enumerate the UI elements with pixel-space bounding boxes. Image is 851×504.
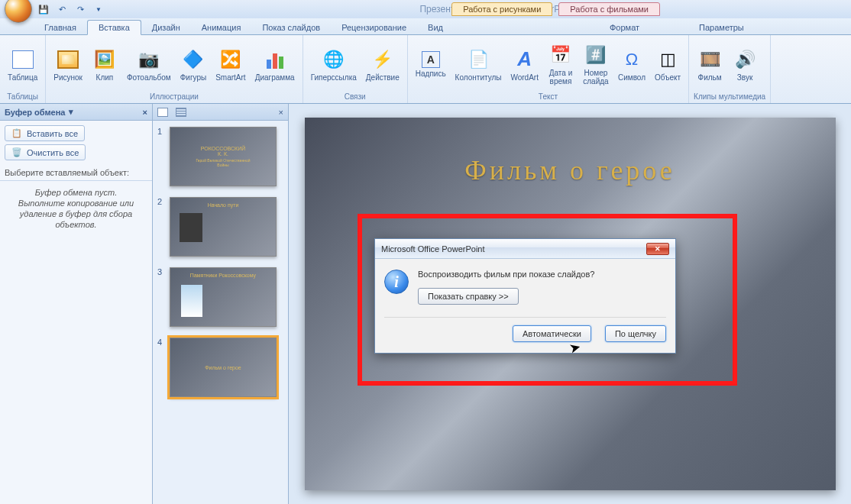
qat-dropdown-icon[interactable]: ▼ — [92, 2, 105, 16]
action-button[interactable]: ⚡Действие — [363, 46, 403, 83]
save-icon[interactable]: 💾 — [37, 2, 50, 16]
object-label: Объект — [655, 73, 681, 82]
info-icon: i — [384, 270, 409, 294]
table-button[interactable]: Таблица — [5, 46, 40, 83]
textbox-button[interactable]: AНадпись — [413, 50, 449, 79]
chart-button[interactable]: Диаграмма — [252, 46, 298, 83]
tab-home[interactable]: Главная — [34, 21, 87, 34]
clipboard-options-icon[interactable]: ▾ — [69, 107, 73, 117]
slides-tab-icon[interactable] — [157, 108, 168, 117]
clipboard-buttons: 📋Вставить все 🗑️Очистить все — [0, 121, 152, 165]
dialog-close-button[interactable]: ✕ — [646, 243, 669, 255]
movie-button[interactable]: 🎞️Фильм — [694, 46, 726, 83]
slide-thumb-3[interactable]: Памятники Рокоссовскому — [170, 267, 277, 327]
symbol-icon: Ω — [620, 47, 644, 72]
paste-icon: 📋 — [11, 128, 22, 138]
slidenum-icon: #️⃣ — [584, 43, 608, 67]
headerfooter-button[interactable]: 📄Колонтитулы — [452, 46, 505, 83]
group-media-label: Клипы мультимедиа — [694, 92, 765, 102]
object-button[interactable]: ◫Объект — [652, 46, 684, 83]
shapes-icon: 🔷 — [181, 47, 205, 72]
dialog-titlebar[interactable]: Microsoft Office PowerPoint ✕ — [375, 239, 675, 259]
table-icon — [11, 47, 35, 72]
movie-playback-dialog: Microsoft Office PowerPoint ✕ i Воспроиз… — [374, 238, 676, 354]
tab-view[interactable]: Вид — [417, 21, 454, 34]
tab-animations[interactable]: Анимация — [191, 21, 252, 34]
shapes-label: Фигуры — [180, 73, 206, 82]
tab-format[interactable]: Формат — [599, 21, 650, 34]
clip-icon: 🖼️ — [92, 47, 117, 72]
paste-all-button[interactable]: 📋Вставить все — [5, 125, 85, 141]
redo-icon[interactable]: ↷ — [73, 2, 87, 16]
datetime-button[interactable]: 📅Дата и время — [545, 41, 577, 87]
undo-icon[interactable]: ↶ — [55, 2, 69, 16]
sound-button[interactable]: 🔊Звук — [729, 46, 761, 83]
slide-thumb-1[interactable]: РОКОССОВСКИЙ К. К. Герой Великой Отечест… — [170, 127, 277, 186]
slide-thumb-2[interactable]: Начало пути — [170, 197, 277, 257]
chart-label: Диаграмма — [255, 73, 295, 82]
automatically-button[interactable]: Автоматически — [513, 325, 591, 342]
action-label: Действие — [366, 73, 400, 82]
action-icon: ⚡ — [370, 47, 395, 72]
picture-label: Рисунок — [53, 73, 83, 82]
textbox-label: Надпись — [416, 69, 446, 78]
clipboard-choose-label: Выберите вставляемый объект: — [0, 165, 152, 181]
symbol-button[interactable]: ΩСимвол — [615, 46, 649, 83]
tab-design[interactable]: Дизайн — [141, 21, 191, 34]
slides-pane: × 1 РОКОССОВСКИЙ К. К. Герой Великой Оте… — [153, 104, 289, 504]
movie-tools-tab[interactable]: Работа с фильмами — [558, 2, 660, 16]
sound-icon: 🔊 — [733, 47, 757, 72]
symbol-label: Символ — [618, 73, 646, 82]
photoalbum-label: Фотоальбом — [127, 73, 171, 82]
clipboard-title: Буфер обмена — [5, 108, 66, 117]
group-text-label: Текст — [413, 92, 684, 102]
on-click-button[interactable]: По щелчку — [605, 325, 666, 342]
chart-icon — [263, 47, 287, 72]
hyperlink-icon: 🌐 — [322, 47, 346, 72]
clear-all-button[interactable]: 🗑️Очистить все — [5, 144, 86, 160]
clipboard-header: Буфер обмена ▾ × — [0, 104, 152, 121]
sound-label: Звук — [737, 73, 753, 82]
picture-icon — [56, 47, 80, 72]
thumb-row-1: 1 РОКОССОВСКИЙ К. К. Герой Великой Отече… — [157, 127, 283, 186]
photoalbum-icon: 📷 — [137, 47, 161, 72]
thumb-row-2: 2 Начало пути — [157, 197, 283, 257]
thumb-image — [181, 285, 202, 317]
group-links: 🌐Гиперссылка ⚡Действие Связи — [303, 35, 408, 103]
show-help-button[interactable]: Показать справку >> — [418, 288, 519, 305]
tab-insert[interactable]: Вставка — [87, 20, 141, 35]
group-text: AНадпись 📄Колонтитулы AWordArt 📅Дата и в… — [408, 35, 689, 103]
wordart-button[interactable]: AWordArt — [507, 46, 542, 83]
outline-tab-icon[interactable] — [176, 108, 186, 117]
shapes-button[interactable]: 🔷Фигуры — [177, 46, 209, 83]
thumb-subtitle: Герой Великой Отечественной Войны — [196, 158, 250, 167]
thumb-title: Начало пути — [208, 202, 239, 208]
thumb-title: Памятники Рокоссовскому — [190, 273, 256, 278]
clipboard-empty-text: Буфер обмена пуст. Выполните копирование… — [0, 181, 152, 236]
headerfooter-icon: 📄 — [466, 47, 490, 72]
thumb-number: 4 — [157, 338, 165, 397]
tab-review[interactable]: Рецензирование — [331, 21, 417, 34]
slide-thumb-4[interactable]: Фильм о герое — [170, 338, 277, 397]
dialog-body: i Воспроизводить фильм при показе слайдо… — [375, 259, 675, 308]
picture-tools-tab[interactable]: Работа с рисунками — [451, 2, 552, 16]
group-illustrations-label: Иллюстрации — [50, 92, 297, 102]
tab-parameters[interactable]: Параметры — [688, 21, 755, 34]
thumb-title: РОКОССОВСКИЙ К. К. — [201, 146, 245, 157]
slides-pane-close-icon[interactable]: × — [279, 108, 283, 117]
slidenum-button[interactable]: #️⃣Номер слайда — [580, 41, 612, 87]
clipboard-close-icon[interactable]: × — [143, 108, 147, 117]
hyperlink-button[interactable]: 🌐Гиперссылка — [308, 46, 360, 83]
picture-button[interactable]: Рисунок — [50, 46, 86, 83]
object-icon: ◫ — [655, 47, 680, 72]
thumb-number: 1 — [157, 127, 165, 186]
group-media: 🎞️Фильм 🔊Звук Клипы мультимедиа — [689, 35, 771, 103]
smartart-button[interactable]: 🔀SmartArt — [212, 46, 248, 83]
dialog-footer: Автоматически По щелчку — [375, 318, 675, 353]
slidenum-label: Номер слайда — [583, 69, 608, 86]
photoalbum-button[interactable]: 📷Фотоальбом — [124, 46, 174, 83]
ribbon: Таблица Таблицы Рисунок 🖼️Клип 📷Фотоальб… — [0, 35, 851, 104]
table-label: Таблица — [8, 73, 37, 82]
tab-slideshow[interactable]: Показ слайдов — [251, 21, 331, 34]
clip-button[interactable]: 🖼️Клип — [89, 46, 121, 83]
